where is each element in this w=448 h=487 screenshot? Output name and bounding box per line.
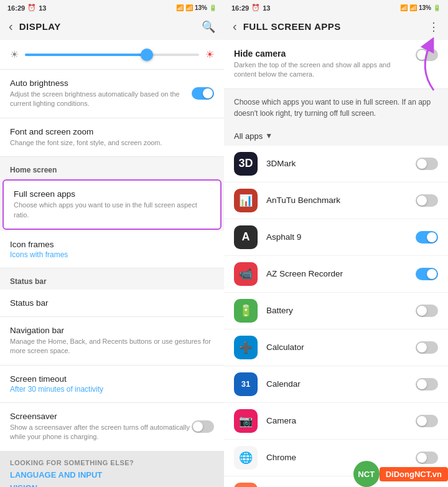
app-name: 3DMark (266, 159, 416, 168)
screensaver-item[interactable]: Screensaver Show a screensaver after the… (0, 403, 224, 452)
list-item[interactable]: 📷Camera (224, 403, 448, 440)
app-toggle[interactable] (416, 378, 438, 390)
hide-camera-desc: Darken the top of the screen and show al… (234, 60, 409, 80)
brightness-thumb[interactable] (141, 49, 153, 61)
left-notif-count: 13 (39, 4, 46, 12)
app-toggle[interactable] (416, 158, 438, 170)
left-battery-percent: 13% (195, 4, 207, 11)
list-item[interactable]: ➕Calculator (224, 329, 448, 366)
screensaver-toggle[interactable] (192, 420, 214, 433)
right-page-title: FULL SCREEN APPS (243, 21, 423, 32)
home-screen-section: Home screen (0, 157, 224, 178)
list-item[interactable]: AAsphalt 9 (224, 219, 448, 256)
app-name: Calculator (266, 343, 416, 352)
app-list: 3D3DMark📊AnTuTu BenchmarkAAsphalt 9📹AZ S… (224, 146, 448, 487)
status-bar-item[interactable]: Status bar (0, 290, 224, 317)
font-zoom-item[interactable]: Font and screen zoom Change the font siz… (0, 118, 224, 157)
screen-timeout-item[interactable]: Screen timeout After 30 minutes of inact… (0, 366, 224, 403)
list-item[interactable]: 3D3DMark (224, 146, 448, 182)
auto-brightness-item[interactable]: Auto brightness Adjust the screen bright… (0, 70, 224, 118)
left-alarm-icon: ⏰ (27, 4, 36, 12)
brightness-slider-container[interactable]: ☀ ☀ (0, 40, 224, 70)
right-wifi-icon: 📶 (400, 4, 408, 11)
app-toggle[interactable] (416, 341, 438, 354)
auto-brightness-desc: Adjust the screen brightness automatical… (10, 90, 192, 109)
vision-link[interactable]: VISION (10, 483, 214, 487)
full-screen-apps-item[interactable]: Full screen apps Choose which apps you w… (2, 179, 222, 230)
hide-camera-toggle[interactable] (416, 49, 438, 61)
auto-brightness-title: Auto brightness (10, 78, 192, 88)
auto-brightness-row: Auto brightness Adjust the screen bright… (10, 78, 214, 109)
brightness-low-icon: ☀ (10, 49, 19, 60)
left-search-icon[interactable]: 🔍 (202, 20, 215, 34)
left-back-button[interactable]: ‹ (9, 19, 13, 34)
hide-camera-title: Hide camera (234, 49, 409, 59)
app-icon: 🔋 (234, 299, 258, 323)
hide-camera-text: Hide camera Darken the top of the screen… (234, 49, 409, 80)
app-toggle[interactable] (416, 231, 438, 244)
chevron-down-icon: ▼ (265, 131, 273, 140)
nav-bar-item[interactable]: Navigation bar Manage the Home, Back, an… (0, 317, 224, 366)
app-toggle[interactable] (416, 194, 438, 207)
right-more-icon[interactable]: ⋮ (428, 20, 439, 34)
left-time: 16:29 (7, 4, 25, 12)
app-name: Calendar (266, 379, 416, 389)
app-name: Asphalt 9 (266, 232, 416, 242)
left-page-title: DISPLAY (19, 21, 197, 32)
left-battery-icon: 🔋 (209, 4, 217, 11)
list-item[interactable]: 📊AnTuTu Benchmark (224, 182, 448, 219)
icon-frames-item[interactable]: Icon frames Icons with frames (0, 231, 224, 268)
screensaver-text: Screensaver Show a screensaver after the… (10, 412, 192, 442)
nav-bar-desc: Manage the Home, Back, and Recents butto… (10, 337, 214, 356)
app-icon: 🕐 (234, 483, 258, 487)
right-time: 16:29 (231, 4, 249, 12)
left-status-bar: 16:29 ⏰ 13 📶 📶 13% 🔋 (0, 0, 224, 14)
list-item[interactable]: 📹AZ Screen Recorder (224, 256, 448, 293)
app-icon: 📊 (234, 189, 258, 212)
auto-brightness-text: Auto brightness Adjust the screen bright… (10, 78, 192, 109)
app-icon: 🌐 (234, 446, 258, 470)
right-status-left: 16:29 ⏰ 13 (231, 4, 270, 12)
app-name: Camera (266, 416, 416, 425)
auto-brightness-toggle[interactable] (192, 87, 214, 100)
looking-section: LOOKING FOR SOMETHING ELSE? LANGUAGE AND… (0, 452, 224, 487)
all-apps-label: All apps (234, 131, 263, 141)
language-input-link[interactable]: LANGUAGE AND INPUT (10, 470, 214, 480)
app-icon: 31 (234, 372, 258, 396)
screen-timeout-title: Screen timeout (10, 374, 214, 384)
watermark: NCT DiDongNCT.vn (353, 461, 448, 487)
status-bar-title: Status bar (10, 298, 214, 308)
list-item[interactable]: 🔋Battery (224, 293, 448, 329)
right-status-bar: 16:29 ⏰ 13 📶 📶 13% 🔋 (224, 0, 448, 14)
looking-title: LOOKING FOR SOMETHING ELSE? (10, 459, 214, 466)
app-name: AZ Screen Recorder (266, 269, 416, 278)
screensaver-title: Screensaver (10, 412, 192, 421)
app-toggle[interactable] (416, 268, 438, 280)
brightness-track[interactable] (25, 54, 199, 56)
info-text: Choose which apps you want to use in ful… (224, 89, 448, 126)
right-alarm-icon: ⏰ (251, 4, 260, 12)
app-toggle[interactable] (416, 305, 438, 317)
screensaver-row: Screensaver Show a screensaver after the… (10, 412, 214, 442)
right-back-button[interactable]: ‹ (233, 19, 237, 34)
left-settings-list: ☀ ☀ Auto brightness Adjust the screen br… (0, 40, 224, 487)
left-wifi-icon: 📶 (176, 4, 184, 11)
left-header: ‹ DISPLAY 🔍 (0, 14, 224, 40)
right-header: ‹ FULL SCREEN APPS ⋮ (224, 14, 448, 40)
right-battery-icon: 🔋 (433, 4, 441, 11)
app-toggle[interactable] (416, 415, 438, 427)
font-zoom-desc: Change the font size, font style, and sc… (10, 138, 214, 148)
watermark-text: DiDongNCT.vn (380, 467, 448, 481)
icon-frames-link[interactable]: Icons with frames (10, 250, 214, 259)
screen-timeout-link: After 30 minutes of inactivity (10, 385, 214, 394)
left-status-left: 16:29 ⏰ 13 (7, 4, 46, 12)
left-panel: 16:29 ⏰ 13 📶 📶 13% 🔋 ‹ DISPLAY 🔍 ☀ ☀ (0, 0, 224, 487)
full-screen-apps-desc: Choose which apps you want to use in the… (14, 201, 210, 220)
app-name: AnTuTu Benchmark (266, 196, 416, 205)
left-signal-icon: 📶 (185, 4, 193, 11)
app-icon: 3D (234, 152, 258, 176)
right-status-right: 📶 📶 13% 🔋 (400, 4, 441, 11)
all-apps-row[interactable]: All apps ▼ (224, 126, 448, 146)
full-screen-apps-title: Full screen apps (14, 189, 210, 199)
list-item[interactable]: 31Calendar (224, 366, 448, 403)
